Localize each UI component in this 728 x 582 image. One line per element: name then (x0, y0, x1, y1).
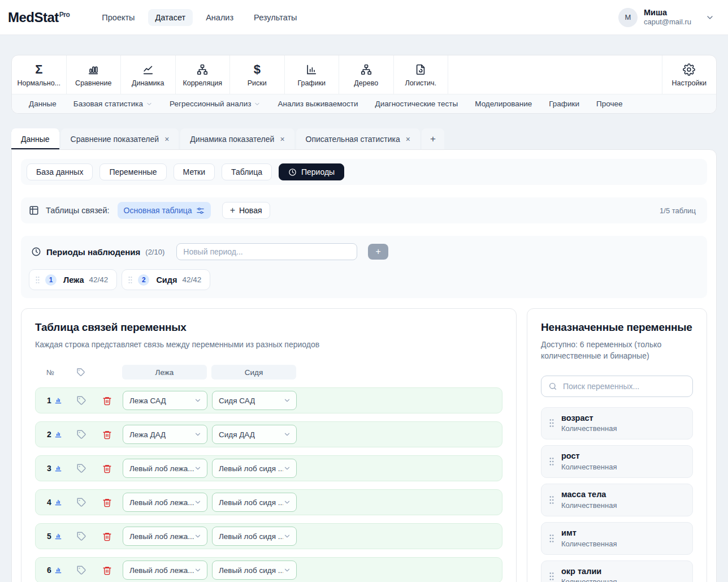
tag-icon[interactable] (76, 429, 86, 439)
section-tab-1[interactable]: Переменные (99, 163, 166, 180)
sliders-icon (196, 206, 205, 215)
new-table-button[interactable]: + Новая (222, 202, 270, 219)
nav-item-1[interactable]: Датасет (148, 9, 193, 26)
menubar-item-0[interactable]: Данные (22, 97, 63, 110)
section-tab-0[interactable]: База данных (27, 163, 93, 180)
row-number: 5 (41, 532, 67, 541)
top-bar: MedStatPro ПроектыДатасетАнализРезультат… (0, 0, 728, 35)
tab-2[interactable]: Динамика показателей× (180, 128, 294, 149)
close-icon[interactable]: × (406, 135, 410, 143)
workspace-tabs: ДанныеСравнение показателей×Динамика пок… (11, 128, 717, 149)
tool-button-3[interactable]: Корреляция (176, 55, 231, 94)
nav-item-0[interactable]: Проекты (94, 9, 142, 26)
link-row-6: 6Левый лоб лежа...Левый лоб сидя ... (35, 557, 502, 582)
variable-links-card: Таблица связей переменных Каждая строка … (21, 308, 517, 582)
search-variables-input[interactable] (541, 376, 693, 397)
variable-select-left[interactable]: Левый лоб лежа... (123, 527, 207, 546)
unassigned-variables-list: возрастКоличественнаяростКоличественнаям… (541, 407, 693, 582)
chevron-down-icon (194, 532, 202, 540)
tag-icon[interactable] (76, 531, 86, 541)
variable-type: Количественная (561, 577, 617, 582)
new-period-input[interactable] (176, 243, 357, 260)
tool-button-6[interactable]: Дерево (339, 55, 394, 94)
tag-icon[interactable] (76, 463, 86, 473)
variable-item-2[interactable]: масса телаКоличественная (541, 484, 693, 516)
active-link-table-chip[interactable]: Основная таблица (118, 202, 211, 219)
tool-button-0[interactable]: ΣНормально... (12, 55, 67, 94)
tables-counter: 1/5 таблиц (660, 206, 701, 215)
sigma-icon: Σ (35, 63, 42, 76)
trash-icon[interactable] (102, 430, 112, 439)
periods-counter: (2/10) (145, 248, 164, 256)
tool-button-2[interactable]: Динамика (121, 55, 176, 94)
section-tab-2[interactable]: Метки (174, 163, 215, 180)
variable-select-left[interactable]: Лежа САД (123, 391, 207, 410)
variable-select-right[interactable]: Левый лоб сидя ... (212, 459, 297, 478)
tag-icon[interactable] (76, 497, 86, 507)
observation-periods-panel: Периоды наблюдения (2/10) + 1Лежа42/422С… (21, 236, 707, 298)
variable-select-right[interactable]: Сидя САД (212, 391, 297, 410)
variable-select-right[interactable]: Левый лоб сидя ... (212, 561, 297, 580)
main-panel: База данныхПеременныеМеткиТаблицаПериоды… (11, 149, 717, 582)
add-tab-button[interactable]: + (422, 128, 444, 149)
close-icon[interactable]: × (280, 135, 284, 143)
dataset-section-tabs: База данныхПеременныеМеткиТаблицаПериоды (21, 159, 707, 185)
tool-button-7[interactable]: Логистич. (394, 55, 449, 94)
variable-item-3[interactable]: имтКоличественная (541, 522, 693, 555)
tab-1[interactable]: Сравнение показателей× (61, 128, 179, 149)
variable-select-left[interactable]: Лежа ДАД (123, 425, 207, 444)
chevron-down-icon (283, 532, 291, 540)
settings-button[interactable]: Настройки (662, 55, 717, 94)
period-chip-0[interactable]: 1Лежа42/42 (29, 269, 117, 290)
tab-0[interactable]: Данные (11, 128, 59, 149)
network-icon (196, 63, 209, 76)
variable-item-1[interactable]: ростКоличественная (541, 445, 693, 478)
close-icon[interactable]: × (164, 135, 169, 143)
mini-chart-icon (54, 566, 62, 574)
trash-icon[interactable] (102, 566, 112, 575)
tool-button-4[interactable]: $Риски (230, 55, 285, 94)
menubar-item-1[interactable]: Базовая статистика (67, 97, 159, 110)
section-tab-4[interactable]: Периоды (279, 163, 344, 180)
variable-select-right[interactable]: Левый лоб сидя ... (212, 527, 297, 546)
menubar-item-4[interactable]: Диагностические тесты (369, 97, 465, 110)
variable-name: имт (561, 528, 617, 538)
variable-select-left[interactable]: Левый лоб лежа... (123, 493, 207, 512)
tab-3[interactable]: Описательная статистика× (296, 128, 420, 149)
line-chart-icon (142, 63, 154, 76)
menubar-item-2[interactable]: Регрессионный анализ (163, 97, 267, 110)
section-tab-3[interactable]: Таблица (222, 163, 272, 180)
trash-icon[interactable] (102, 498, 112, 507)
nav-item-2[interactable]: Анализ (198, 9, 241, 26)
trash-icon[interactable] (102, 464, 112, 473)
tool-button-5[interactable]: Графики (285, 55, 340, 94)
link-row-5: 5Левый лоб лежа...Левый лоб сидя ... (35, 523, 502, 549)
period-number-badge: 2 (138, 274, 149, 286)
trash-icon[interactable] (102, 532, 112, 541)
add-period-button[interactable]: + (368, 244, 388, 260)
menubar-item-6[interactable]: Графики (542, 97, 586, 110)
tool-button-1[interactable]: Сравнение (67, 55, 122, 94)
variable-select-right[interactable]: Левый лоб сидя ... (212, 493, 297, 512)
trash-icon[interactable] (102, 396, 112, 406)
menubar-item-7[interactable]: Прочее (590, 97, 629, 110)
chevron-down-icon (283, 430, 291, 438)
variable-select-left[interactable]: Левый лоб лежа... (123, 459, 207, 478)
tag-icon[interactable] (76, 565, 86, 575)
variable-item-4[interactable]: окр талииКоличественная (541, 561, 693, 582)
variable-select-left[interactable]: Левый лоб лежа... (123, 561, 207, 580)
nav-item-3[interactable]: Результаты (246, 9, 304, 26)
variable-name: окр талии (561, 566, 617, 577)
app-logo: MedStatPro (8, 10, 70, 25)
tag-icon[interactable] (76, 395, 86, 406)
table-icon (29, 205, 39, 215)
row-number: 4 (41, 498, 67, 507)
user-menu[interactable]: М Миша caput@mail.ru (618, 7, 714, 27)
variable-select-right[interactable]: Сидя ДАД (212, 425, 297, 444)
period-chip-1[interactable]: 2Сидя42/42 (122, 269, 210, 290)
variable-item-0[interactable]: возрастКоличественная (541, 407, 693, 440)
menubar-item-3[interactable]: Анализ выживаемости (271, 97, 365, 110)
menubar-item-5[interactable]: Моделирование (468, 97, 539, 110)
plus-icon: + (230, 206, 235, 215)
variable-name: возраст (561, 413, 617, 424)
